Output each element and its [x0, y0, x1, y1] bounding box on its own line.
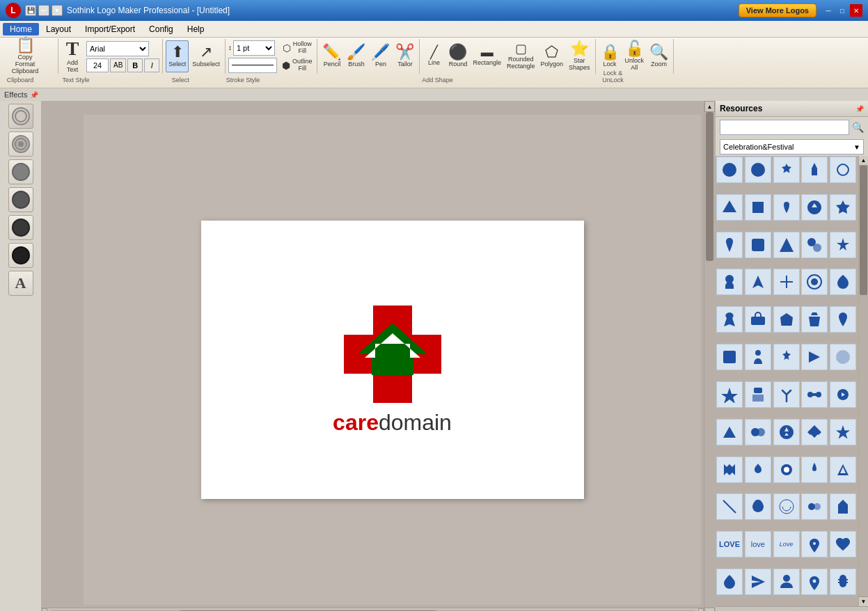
- bold-button[interactable]: B: [127, 58, 143, 72]
- star-shapes-button[interactable]: ⭐ StarShapes: [567, 40, 592, 72]
- resource-item[interactable]: [801, 194, 828, 221]
- resource-item[interactable]: [773, 269, 800, 295]
- tool-gray2[interactable]: [8, 187, 33, 212]
- tool-dark2[interactable]: [8, 243, 33, 268]
- resource-item[interactable]: [773, 457, 800, 483]
- quick-dropdown-btn[interactable]: ▼: [52, 5, 63, 16]
- maximize-button[interactable]: □: [836, 4, 849, 17]
- pen-button[interactable]: 🖊️ Pen: [369, 40, 392, 72]
- quick-undo-btn[interactable]: ↩: [38, 5, 49, 16]
- resource-item[interactable]: [773, 381, 800, 408]
- resource-item[interactable]: [716, 306, 743, 333]
- scroll-right-button[interactable]: ▶: [698, 608, 704, 612]
- resource-item[interactable]: [830, 344, 856, 370]
- scroll-thumb-vertical[interactable]: [706, 112, 713, 261]
- minimize-button[interactable]: ─: [822, 4, 835, 17]
- stroke-preview[interactable]: [228, 58, 277, 73]
- resource-item[interactable]: [830, 194, 856, 221]
- tailor-button[interactable]: ✂️ Tailor: [393, 40, 416, 72]
- resource-item[interactable]: [830, 531, 856, 557]
- resource-item[interactable]: [801, 157, 828, 183]
- tool-dark1[interactable]: [8, 215, 33, 240]
- resource-item[interactable]: [716, 344, 743, 370]
- unlock-all-button[interactable]: 🔓 UnlockAll: [623, 40, 647, 72]
- resource-item[interactable]: [801, 493, 828, 520]
- menu-config[interactable]: Config: [142, 23, 180, 35]
- resources-search-input[interactable]: [720, 120, 849, 135]
- tool-fill-color[interactable]: [8, 104, 33, 129]
- resource-item[interactable]: [745, 306, 771, 333]
- resources-pin-icon[interactable]: 📌: [855, 105, 864, 113]
- search-icon[interactable]: 🔍: [852, 122, 864, 133]
- lock-button[interactable]: 🔒 Lock: [599, 40, 622, 72]
- resource-item[interactable]: [830, 381, 856, 408]
- resource-item[interactable]: [801, 419, 828, 445]
- view-more-logos-button[interactable]: View More Logos: [739, 3, 816, 17]
- canvas-wrapper[interactable]: caredomain: [84, 115, 701, 605]
- tool-stroke-color[interactable]: [8, 132, 33, 157]
- resources-scroll-down[interactable]: ▼: [859, 596, 868, 606]
- resource-item[interactable]: [773, 232, 800, 258]
- resource-item[interactable]: [801, 457, 828, 483]
- select-button[interactable]: ⬆ Select: [166, 40, 189, 72]
- resource-item[interactable]: [716, 381, 743, 408]
- resource-item[interactable]: [830, 493, 856, 520]
- copy-format-button[interactable]: 📋 Copy FormatClipboard: [6, 40, 45, 72]
- brush-button[interactable]: 🖌️ Brush: [345, 40, 368, 72]
- scroll-up-button[interactable]: ▲: [704, 101, 715, 112]
- subselect-button[interactable]: ↗ Subselect: [190, 40, 222, 72]
- polygon-button[interactable]: ⬠ Polygon: [538, 40, 565, 72]
- rounded-rect-button[interactable]: ▢ RoundedRectangle: [505, 40, 537, 72]
- resource-item[interactable]: [801, 232, 828, 258]
- italic-button[interactable]: I: [144, 58, 159, 72]
- resource-item[interactable]: [830, 306, 856, 333]
- round-button[interactable]: ⚫ Round: [446, 40, 469, 72]
- resource-item[interactable]: [745, 269, 771, 295]
- resource-item[interactable]: [830, 269, 856, 295]
- resource-item[interactable]: [801, 269, 828, 295]
- resource-item[interactable]: [830, 457, 856, 483]
- resource-item[interactable]: [716, 569, 743, 595]
- resource-item[interactable]: [716, 157, 743, 183]
- resource-item[interactable]: [801, 569, 828, 595]
- resource-item[interactable]: [773, 344, 800, 370]
- line-button[interactable]: ╱ Line: [423, 40, 445, 72]
- resource-item[interactable]: [773, 194, 800, 221]
- resource-item[interactable]: [716, 419, 743, 445]
- font-size-input[interactable]: [86, 58, 109, 72]
- resource-item[interactable]: [716, 194, 743, 221]
- menu-import-export[interactable]: Import/Export: [78, 23, 142, 35]
- resource-item[interactable]: [801, 381, 828, 408]
- menu-layout[interactable]: Layout: [39, 23, 78, 35]
- resources-scroll-up[interactable]: ▲: [859, 156, 868, 166]
- resource-item[interactable]: [830, 419, 856, 445]
- stroke-width-select[interactable]: 1 pt: [233, 40, 275, 56]
- resource-item[interactable]: [716, 269, 743, 295]
- resource-item[interactable]: [745, 569, 771, 595]
- resource-item[interactable]: [801, 531, 828, 557]
- rectangle-button[interactable]: ▬ Rectangle: [471, 40, 503, 72]
- resource-item[interactable]: [773, 493, 800, 520]
- resource-item[interactable]: [830, 157, 856, 183]
- resource-item[interactable]: [773, 157, 800, 183]
- resource-item[interactable]: love: [745, 531, 771, 557]
- resource-item[interactable]: [716, 493, 743, 520]
- resource-item[interactable]: [745, 381, 771, 408]
- hollow-fill-button[interactable]: ⬡ HollowFill: [280, 40, 315, 56]
- resource-item[interactable]: [745, 157, 771, 183]
- text-color-button[interactable]: AB: [110, 58, 126, 72]
- outline-fill-button[interactable]: ⬢ OutlineFill: [280, 58, 315, 73]
- resources-scroll-thumb[interactable]: [860, 166, 867, 295]
- resource-item[interactable]: [745, 194, 771, 221]
- resource-item[interactable]: [773, 306, 800, 333]
- resource-item[interactable]: [830, 569, 856, 595]
- resource-item[interactable]: [801, 344, 828, 370]
- resource-item[interactable]: LOVE: [716, 531, 743, 557]
- effects-pin-icon[interactable]: 📌: [30, 91, 38, 99]
- resource-item[interactable]: [773, 569, 800, 595]
- tool-gray1[interactable]: [8, 159, 33, 184]
- resource-item[interactable]: [830, 232, 856, 258]
- resource-item[interactable]: [801, 306, 828, 333]
- resource-item[interactable]: [745, 232, 771, 258]
- resources-expand-button[interactable]: ◀: [716, 606, 868, 611]
